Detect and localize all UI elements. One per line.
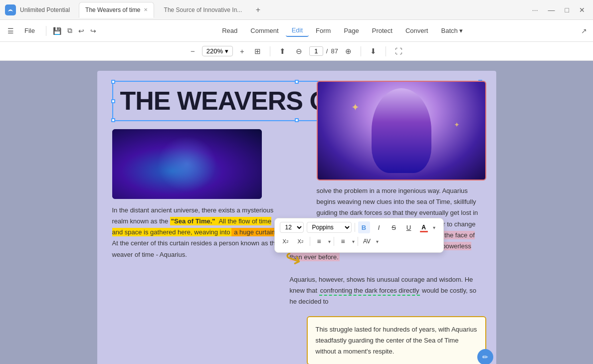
active-tab-label: The Weavers of time xyxy=(85,6,140,13)
nav-convert[interactable]: Convert xyxy=(399,25,434,36)
bold-button[interactable]: B xyxy=(358,221,370,233)
titlebar: Unlimited Potential The Weavers of time … xyxy=(0,0,593,20)
anime-character xyxy=(372,88,431,173)
font-color-indicator xyxy=(420,231,428,232)
font-size-select[interactable]: 12 xyxy=(280,222,304,233)
page-canvas: THE WEAVERS OF TIME 12 Poppins B I S U xyxy=(97,71,496,364)
undo-icon[interactable]: ↩ xyxy=(77,25,86,36)
italic-button[interactable]: I xyxy=(373,221,385,233)
handle-tl[interactable] xyxy=(111,80,115,84)
format-row-1: 12 Poppins B I S U A ▾ xyxy=(280,221,438,233)
right-anime-figure xyxy=(318,82,485,180)
left-text-para3: At the center of this curtain resides a … xyxy=(112,239,279,258)
active-tab[interactable]: The Weavers of time ✕ xyxy=(79,2,154,18)
kerning-dropdown-icon[interactable]: ▾ xyxy=(376,239,379,244)
prev-page-button[interactable]: ⊖ xyxy=(293,45,305,57)
toolbar-separator-1 xyxy=(46,26,46,36)
info-box[interactable]: This struggle lasted for hundreds of yea… xyxy=(307,316,486,364)
left-column: In the distant ancient universe, there e… xyxy=(112,129,282,307)
fit-page-button[interactable]: ⊞ xyxy=(251,45,264,57)
align-dropdown-icon[interactable]: ▾ xyxy=(328,239,331,244)
nav-batch[interactable]: Batch ▾ xyxy=(435,25,468,36)
inactive-tab[interactable]: The Source of Innovative In... xyxy=(158,2,248,18)
nav-form[interactable]: Form xyxy=(310,25,337,36)
tab-close-1[interactable]: ✕ xyxy=(144,7,148,12)
to-top-button[interactable]: ⬆ xyxy=(276,45,289,57)
batch-dropdown-icon: ▾ xyxy=(459,27,463,34)
line-spacing-dropdown-icon[interactable]: ▾ xyxy=(352,239,355,244)
more-options-button[interactable]: ··· xyxy=(529,5,541,15)
fmt-sep-3 xyxy=(334,237,334,246)
right-image-box xyxy=(317,81,486,181)
nav-read[interactable]: Read xyxy=(216,25,243,36)
save-icon[interactable]: 💾 xyxy=(51,25,63,36)
new-tab-button[interactable]: + xyxy=(252,4,264,16)
download-button[interactable]: ⬇ xyxy=(367,45,380,57)
zoom-value: 220% xyxy=(206,47,223,55)
right-text-green-highlight: confronting the dark forces directly xyxy=(319,286,420,296)
subtoolbar: − 220% ▾ + ⊞ ⬆ ⊖ / 87 ⊕ ⬇ ⛶ xyxy=(0,42,593,61)
handle-tm[interactable] xyxy=(295,80,299,84)
total-pages: 87 xyxy=(331,47,338,55)
sub-separator-3 xyxy=(386,46,386,56)
app-logo xyxy=(5,4,16,15)
fmt-sep-2 xyxy=(310,237,310,246)
hamburger-icon[interactable]: ☰ xyxy=(6,25,15,36)
main-content: THE WEAVERS OF TIME 12 Poppins B I S U xyxy=(0,61,593,364)
close-button[interactable]: ✕ xyxy=(576,5,588,15)
info-box-text: This struggle lasted for hundreds of yea… xyxy=(316,326,477,355)
handle-bm[interactable] xyxy=(295,118,299,122)
zoom-dropdown-icon: ▾ xyxy=(225,47,228,55)
minimize-button[interactable]: — xyxy=(545,5,558,15)
sea-of-time-highlight: "Sea of Time." xyxy=(170,217,216,225)
left-image xyxy=(112,129,262,199)
zoom-display[interactable]: 220% ▾ xyxy=(202,46,233,56)
floating-edit-button[interactable]: ✏ xyxy=(477,349,493,364)
align-button[interactable]: ≡ xyxy=(313,235,325,247)
strikethrough-button[interactable]: S xyxy=(388,221,400,233)
file-menu[interactable]: File xyxy=(18,25,41,36)
pdf-page[interactable]: THE WEAVERS OF TIME 12 Poppins B I S U xyxy=(0,61,593,364)
font-color-button[interactable]: A xyxy=(418,221,430,233)
zoom-in-button[interactable]: + xyxy=(237,45,247,57)
zoom-out-button[interactable]: − xyxy=(188,45,198,57)
maximize-button[interactable]: □ xyxy=(562,5,572,15)
window-controls: ··· — □ ✕ xyxy=(529,5,588,15)
next-page-button[interactable]: ⊕ xyxy=(342,45,355,57)
redo-icon[interactable]: ↪ xyxy=(89,25,98,36)
format-row-2: X2 X2 ≡ ▾ ≡ ▾ AV ▾ xyxy=(280,235,438,247)
duplicate-icon[interactable]: ⧉ xyxy=(66,25,74,36)
superscript-button[interactable]: X2 xyxy=(295,235,307,247)
app-title: Unlimited Potential xyxy=(20,6,70,13)
format-toolbar: 12 Poppins B I S U A ▾ xyxy=(274,218,444,253)
line-spacing-button[interactable]: ≡ xyxy=(337,235,349,247)
nav-protect[interactable]: Protect xyxy=(366,25,398,36)
fmt-color-dropdown-icon[interactable]: ▾ xyxy=(433,225,435,230)
kerning-button[interactable]: AV xyxy=(361,235,373,247)
handle-bl[interactable] xyxy=(111,118,115,122)
underline-button[interactable]: U xyxy=(403,221,415,233)
handle-ml[interactable] xyxy=(111,99,115,103)
nav-comment[interactable]: Comment xyxy=(244,25,284,36)
nav-edit[interactable]: Edit xyxy=(286,24,309,37)
subscript-button[interactable]: X2 xyxy=(280,235,292,247)
nav-page[interactable]: Page xyxy=(338,25,365,36)
nav-menu: Read Comment Edit Form Page Protect Conv… xyxy=(106,24,579,37)
font-family-select[interactable]: Poppins xyxy=(307,222,352,233)
fullscreen-button[interactable]: ⛶ xyxy=(392,45,405,57)
fmt-sep-4 xyxy=(358,237,358,246)
page-separator: / xyxy=(326,47,328,55)
sub-separator-1 xyxy=(270,46,270,56)
left-text[interactable]: In the distant ancient universe, there e… xyxy=(112,205,282,260)
sub-separator-2 xyxy=(361,46,361,56)
page-input[interactable] xyxy=(309,46,323,56)
fmt-sep-1 xyxy=(355,223,355,232)
left-text-orange: a huge curtain. xyxy=(231,228,278,236)
toolbar-left: ☰ File 💾 ⧉ ↩ ↪ xyxy=(6,25,98,36)
inactive-tab-label: The Source of Innovative In... xyxy=(164,6,242,13)
left-anime-figure xyxy=(112,129,262,199)
nav-batch-label: Batch xyxy=(441,27,457,34)
menu-toolbar: ☰ File 💾 ⧉ ↩ ↪ Read Comment Edit Form Pa… xyxy=(0,20,593,42)
external-link-icon[interactable]: ↗ xyxy=(581,27,587,35)
page-navigation: / 87 xyxy=(309,46,338,56)
